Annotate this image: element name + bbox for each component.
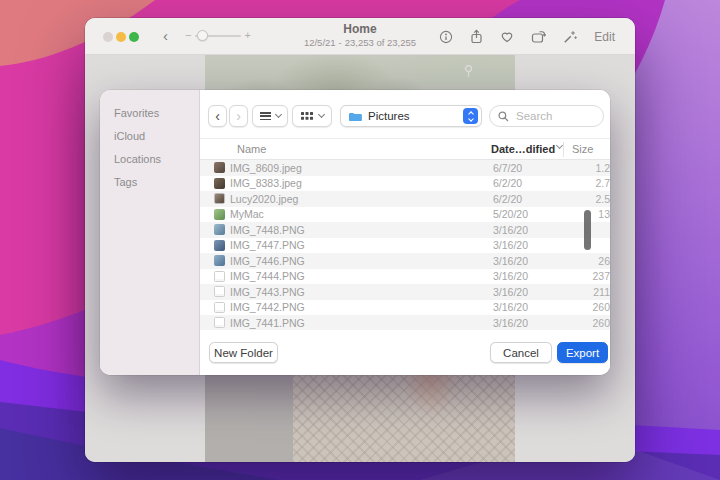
icon-view-button[interactable]	[292, 105, 332, 127]
file-name: IMG_7446.PNG	[230, 255, 305, 267]
dialog-back-chevron-icon: ‹	[215, 109, 220, 123]
window-controls	[103, 32, 139, 42]
table-row[interactable]: IMG_7447.PNG 3/16/20	[200, 238, 610, 254]
table-row[interactable]: IMG_7441.PNG 3/16/20 260	[200, 315, 610, 331]
table-row[interactable]: Lucy2020.jpeg 6/2/20 2.5	[200, 191, 610, 207]
favorite-heart-icon[interactable]	[500, 30, 514, 43]
file-size: 2.5	[584, 193, 610, 205]
search-icon	[498, 111, 509, 122]
file-name: IMG_7447.PNG	[230, 239, 305, 251]
cancel-button[interactable]: Cancel	[490, 342, 552, 363]
rotate-icon[interactable]	[531, 30, 546, 43]
auto-enhance-wand-icon[interactable]	[563, 30, 577, 44]
chevron-down-icon	[468, 116, 474, 122]
folder-icon	[348, 111, 362, 122]
file-name: IMG_7441.PNG	[230, 317, 305, 329]
minimize-button[interactable]	[116, 32, 126, 42]
file-name: IMG_8383.jpeg	[230, 177, 302, 189]
edit-button[interactable]: Edit	[594, 30, 615, 44]
list-view-icon	[260, 112, 271, 120]
close-button[interactable]	[103, 32, 113, 42]
new-folder-button[interactable]: New Folder	[209, 342, 278, 363]
table-row[interactable]: IMG_8383.jpeg 6/2/20 2.7	[200, 176, 610, 192]
file-date-modified: 5/20/20	[493, 208, 528, 220]
table-row[interactable]: IMG_7443.PNG 3/16/20 211	[200, 284, 610, 300]
scrollbar-thumb[interactable]	[584, 210, 591, 250]
file-size: 260	[584, 317, 610, 329]
file-size: 1.2	[584, 162, 610, 174]
sidebar-section-label: Locations	[100, 148, 199, 171]
table-header: Name Date…dified Size	[200, 138, 610, 160]
list-view-button[interactable]	[252, 105, 288, 127]
file-date-modified: 6/2/20	[493, 177, 522, 189]
subtitle-count: 23,253 of 23,255	[343, 37, 417, 48]
sidebar-section-label: iCloud	[100, 125, 199, 148]
chevron-down-icon	[317, 111, 324, 118]
file-date-modified: 3/16/20	[493, 286, 528, 298]
window-subtitle: 12/5/21-23,253 of 23,255	[302, 37, 417, 48]
zoom-out-icon[interactable]: −	[185, 29, 191, 41]
column-header-name[interactable]: Name	[237, 143, 266, 155]
search-field[interactable]	[489, 105, 604, 127]
file-date-modified: 3/16/20	[493, 317, 528, 329]
file-date-modified: 3/16/20	[493, 255, 528, 267]
zoom-slider-thumb[interactable]	[197, 30, 208, 41]
file-icon	[214, 271, 225, 282]
file-size: 26	[584, 255, 610, 267]
dialog-sidebar: Favorites iCloud Locations Tags	[100, 90, 200, 375]
file-name: MyMac	[230, 208, 264, 220]
file-date-modified: 3/16/20	[493, 270, 528, 282]
table-row[interactable]: MyMac 5/20/20 13	[200, 207, 610, 223]
subtitle-date: 12/5/21	[302, 37, 337, 48]
info-icon[interactable]	[439, 30, 453, 44]
file-name: IMG_7444.PNG	[230, 270, 305, 282]
file-name: IMG_7448.PNG	[230, 224, 305, 236]
titlebar: ‹ − + Home 12/5/21-23,253 of 23,255	[85, 18, 635, 55]
location-dropdown[interactable]: Pictures	[340, 105, 482, 127]
photo-pin-icon	[464, 65, 473, 78]
file-size: 211	[584, 286, 610, 298]
search-input[interactable]	[514, 109, 594, 123]
export-button[interactable]: Export	[557, 342, 608, 363]
export-dialog: Favorites iCloud Locations Tags ‹ ›	[100, 90, 610, 375]
table-row[interactable]: IMG_7444.PNG 3/16/20 237	[200, 269, 610, 285]
file-date-modified: 6/7/20	[493, 162, 522, 174]
zoom-in-icon[interactable]: +	[245, 29, 251, 41]
file-icon	[214, 286, 225, 297]
location-label: Pictures	[368, 110, 410, 122]
maximize-button[interactable]	[129, 32, 139, 42]
dialog-forward-button[interactable]: ›	[229, 105, 248, 127]
file-date-modified: 3/16/20	[493, 239, 528, 251]
table-row[interactable]: IMG_8609.jpeg 6/7/20 1.2	[200, 160, 610, 176]
file-date-modified: 6/2/20	[493, 193, 522, 205]
file-name: Lucy2020.jpeg	[230, 193, 298, 205]
file-icon	[214, 162, 225, 173]
grid-view-icon	[301, 112, 314, 121]
table-row[interactable]: IMG_7442.PNG 3/16/20 260	[200, 300, 610, 316]
share-icon[interactable]	[470, 29, 483, 44]
sort-direction-icon[interactable]	[556, 142, 563, 149]
window-title: Home	[302, 22, 417, 36]
file-icon	[214, 255, 225, 266]
sidebar-section-list: Favorites iCloud Locations Tags	[100, 90, 199, 194]
desktop: ‹ − + Home 12/5/21-23,253 of 23,255	[0, 0, 720, 480]
column-divider	[563, 142, 564, 157]
dropdown-stepper-icon[interactable]	[463, 108, 478, 124]
table-row[interactable]: IMG_7448.PNG 3/16/20	[200, 222, 610, 238]
file-size: 2.7	[584, 177, 610, 189]
file-name: IMG_7442.PNG	[230, 301, 305, 313]
back-chevron-icon[interactable]: ‹	[163, 27, 168, 44]
dialog-back-button[interactable]: ‹	[208, 105, 227, 127]
file-name: IMG_8609.jpeg	[230, 162, 302, 174]
subtitle-separator: -	[337, 37, 343, 48]
dialog-footer: New Folder Cancel Export	[200, 330, 610, 375]
file-icon	[214, 302, 225, 313]
table-row[interactable]: IMG_7446.PNG 3/16/20 26	[200, 253, 610, 269]
file-size: 260	[584, 301, 610, 313]
toolbar-actions: Edit	[439, 18, 615, 55]
dialog-forward-chevron-icon: ›	[236, 109, 241, 123]
column-header-size[interactable]: Size	[572, 143, 593, 155]
column-header-date-modified[interactable]: Date…dified	[491, 143, 555, 155]
title-block: Home 12/5/21-23,253 of 23,255	[302, 22, 417, 48]
zoom-slider[interactable]: − +	[185, 28, 251, 44]
